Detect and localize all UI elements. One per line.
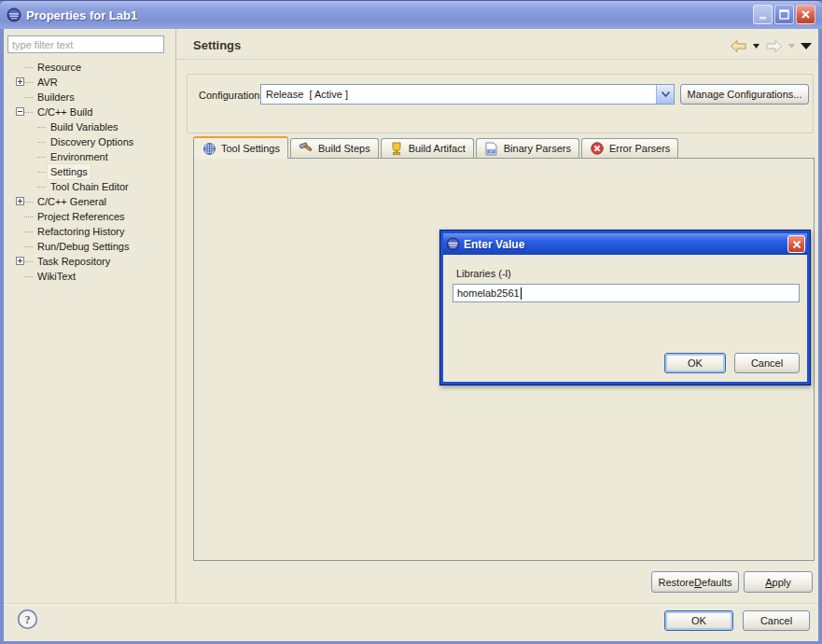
tab-label: Build Steps bbox=[318, 143, 370, 154]
filter-input[interactable] bbox=[7, 35, 164, 53]
manage-configurations-button[interactable]: Manage Configurations... bbox=[680, 84, 809, 105]
tab-tool-settings[interactable]: Tool Settings bbox=[193, 136, 288, 159]
properties-tree-item[interactable]: AVR bbox=[4, 75, 174, 90]
tool-icon bbox=[202, 142, 216, 156]
properties-tree-item[interactable]: Settings bbox=[4, 164, 174, 179]
tree-item-label: AVR bbox=[35, 75, 61, 90]
forward-icon bbox=[764, 38, 784, 54]
minimize-button[interactable] bbox=[753, 5, 773, 24]
configuration-select[interactable]: Release [ Active ] bbox=[260, 84, 675, 105]
tab-label: Error Parsers bbox=[609, 143, 670, 154]
eclipse-logo-icon bbox=[446, 237, 460, 251]
back-icon[interactable] bbox=[729, 38, 748, 54]
trophy-icon bbox=[389, 142, 404, 156]
tree-item-label: Task Repository bbox=[35, 254, 113, 269]
tree-item-label: Settings bbox=[48, 164, 91, 179]
cancel-button[interactable]: Cancel bbox=[743, 610, 810, 631]
tree-item-label: Refactoring History bbox=[35, 224, 128, 239]
page-title: Settings bbox=[193, 38, 241, 52]
chevron-down-icon[interactable] bbox=[656, 85, 674, 104]
text-caret bbox=[521, 287, 522, 300]
settings-tabbar: Tool SettingsBuild StepsBuild Artifact01… bbox=[193, 136, 680, 159]
properties-tree-item[interactable]: Resource bbox=[4, 60, 174, 75]
dialog-close-icon[interactable] bbox=[787, 235, 805, 253]
svg-text:010: 010 bbox=[488, 149, 495, 154]
forward-menu-icon bbox=[787, 43, 796, 49]
tree-item-label: Build Variables bbox=[48, 119, 121, 134]
properties-tree-item[interactable]: Run/Debug Settings bbox=[4, 239, 174, 254]
panel-divider bbox=[175, 29, 176, 604]
properties-window: Properties for Lab1 ResourceAVRBuildersC… bbox=[0, 0, 822, 644]
tab-label: Tool Settings bbox=[221, 143, 280, 154]
dialog-ok-button[interactable]: OK bbox=[664, 353, 726, 373]
dialog-body: Libraries (-l) homelab2561 OK Cancel bbox=[443, 255, 807, 382]
restore-defaults-button[interactable]: Restore Defaults bbox=[651, 571, 739, 593]
properties-tree-item[interactable]: C/C++ General bbox=[4, 194, 174, 209]
dialog-cancel-button[interactable]: Cancel bbox=[734, 353, 800, 373]
properties-tree-item[interactable]: Discovery Options bbox=[4, 134, 174, 149]
tab-build-steps[interactable]: Build Steps bbox=[290, 138, 379, 158]
ok-button[interactable]: OK bbox=[664, 610, 733, 631]
tab-build-artifact[interactable]: Build Artifact bbox=[381, 138, 474, 158]
hammer-icon bbox=[299, 142, 313, 155]
tree-item-label: C/C++ General bbox=[35, 194, 109, 209]
properties-tree-item[interactable]: Task Repository bbox=[4, 254, 174, 269]
expand-icon bbox=[16, 77, 24, 86]
expand-icon bbox=[16, 257, 24, 265]
properties-tree-item[interactable]: Build Variables bbox=[4, 119, 174, 134]
tree-item-label: Discovery Options bbox=[48, 134, 136, 149]
configuration-value: Release [ Active ] bbox=[261, 89, 656, 100]
enter-value-dialog: Enter Value Libraries (-l) homelab2561 O… bbox=[439, 230, 811, 385]
footer-divider bbox=[4, 603, 818, 605]
tree-item-label: Environment bbox=[48, 149, 111, 164]
configuration-label: Configuration: bbox=[199, 90, 263, 101]
dialog-field-label: Libraries (-l) bbox=[456, 268, 511, 279]
dialog-titlebar[interactable]: Enter Value bbox=[443, 233, 807, 255]
tree-item-label: Builders bbox=[35, 90, 77, 105]
svg-text:?: ? bbox=[25, 613, 31, 626]
value-input[interactable]: homelab2561 bbox=[453, 284, 800, 302]
value-text: homelab2561 bbox=[457, 287, 520, 299]
properties-tree-item[interactable]: Project References bbox=[4, 209, 174, 224]
properties-tree: ResourceAVRBuildersC/C++ BuildBuild Vari… bbox=[4, 60, 174, 284]
collapse-icon bbox=[16, 107, 24, 116]
dialog-title: Enter Value bbox=[464, 238, 524, 251]
tab-label: Binary Parsers bbox=[504, 143, 571, 154]
window-title: Properties for Lab1 bbox=[26, 8, 137, 22]
configuration-group: Configuration: Release [ Active ] Manage… bbox=[187, 74, 814, 133]
tree-item-label: C/C++ Build bbox=[35, 105, 95, 119]
tree-item-label: WikiText bbox=[35, 269, 78, 284]
view-menu-icon[interactable] bbox=[800, 42, 813, 50]
properties-tree-item[interactable]: C/C++ Build bbox=[4, 105, 174, 119]
tab-binary-parsers[interactable]: 010Binary Parsers bbox=[476, 138, 579, 158]
expand-icon bbox=[16, 197, 24, 205]
close-button[interactable] bbox=[796, 5, 815, 24]
tab-error-parsers[interactable]: Error Parsers bbox=[581, 138, 678, 158]
properties-tree-item[interactable]: Tool Chain Editor bbox=[4, 179, 174, 194]
maximize-button[interactable] bbox=[774, 5, 794, 24]
tree-item-label: Run/Debug Settings bbox=[35, 239, 132, 254]
tree-item-label: Resource bbox=[35, 60, 84, 75]
properties-tree-item[interactable]: Environment bbox=[4, 149, 174, 164]
properties-tree-item[interactable]: Builders bbox=[4, 90, 174, 105]
tree-item-label: Project References bbox=[35, 209, 128, 224]
tree-item-label: Tool Chain Editor bbox=[48, 179, 132, 194]
back-menu-icon[interactable] bbox=[752, 43, 760, 49]
properties-tree-item[interactable]: WikiText bbox=[4, 269, 174, 284]
error-icon bbox=[590, 142, 605, 155]
eclipse-logo-icon bbox=[7, 7, 21, 22]
apply-button[interactable]: Apply bbox=[744, 571, 813, 593]
tab-label: Build Artifact bbox=[409, 143, 466, 154]
binary-icon: 010 bbox=[484, 142, 499, 156]
help-icon[interactable]: ? bbox=[17, 609, 38, 630]
properties-tree-item[interactable]: Refactoring History bbox=[4, 224, 174, 239]
window-titlebar[interactable]: Properties for Lab1 bbox=[0, 1, 822, 29]
header-divider bbox=[176, 59, 818, 60]
